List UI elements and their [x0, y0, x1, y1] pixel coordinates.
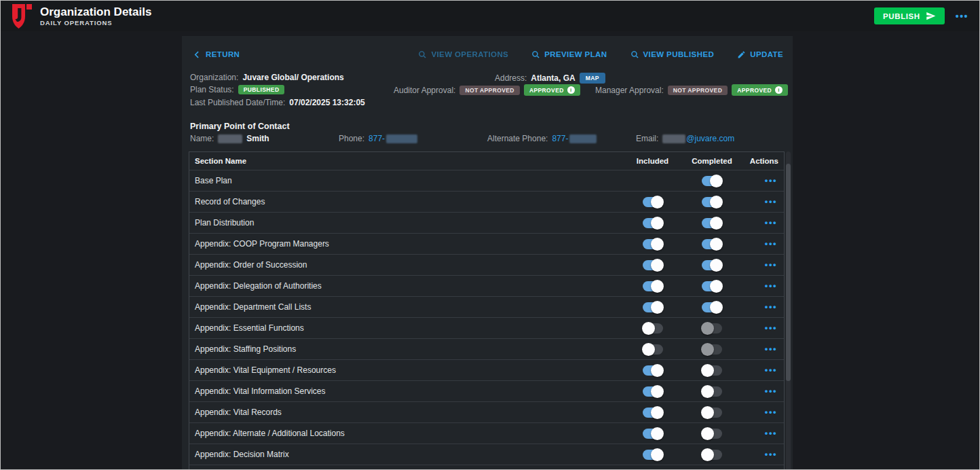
table-scrollbar-thumb[interactable] — [786, 164, 791, 381]
row-actions-button[interactable]: ••• — [765, 178, 777, 183]
page-title-block: Organization Details DAILY OPERATIONS — [40, 5, 151, 26]
manager-not-approved-badge[interactable]: NOT APPROVED — [668, 86, 728, 95]
table-row: Plan Distribution••• — [189, 212, 784, 233]
completed-toggle[interactable] — [702, 408, 722, 418]
manager-approved-badge[interactable]: APPROVED i — [732, 84, 788, 96]
table-row: Appendix: Vital Equipment / Resources••• — [189, 359, 784, 380]
completed-toggle[interactable] — [702, 281, 722, 291]
row-actions-button[interactable]: ••• — [765, 431, 777, 436]
section-name: Appendix: Staffing Positions — [189, 344, 623, 354]
completed-cell — [682, 365, 742, 376]
section-name: Appendix: Department Call Lists — [189, 302, 623, 312]
auditor-not-approved-badge[interactable]: NOT APPROVED — [459, 86, 520, 95]
manager-approval-field: Manager Approval: NOT APPROVED APPROVED … — [595, 84, 788, 96]
included-toggle[interactable] — [643, 260, 663, 270]
organization-value: Juvare Global/ Operations — [242, 73, 343, 82]
completed-toggle[interactable] — [702, 239, 722, 249]
included-cell — [623, 450, 682, 460]
section-name: Appendix: Essential Functions — [189, 323, 623, 333]
included-toggle[interactable] — [643, 197, 663, 207]
map-button[interactable]: MAP — [580, 73, 605, 84]
switch-knob — [651, 259, 664, 272]
alternate-phone-label: Alternate Phone: — [487, 134, 548, 143]
row-actions-button[interactable]: ••• — [765, 283, 777, 289]
completed-cell — [682, 239, 742, 249]
switch-knob — [642, 343, 655, 356]
included-cell — [623, 365, 682, 376]
organization-label: Organization: — [190, 73, 238, 82]
table-row: Base Plan••• — [189, 170, 784, 191]
search-icon — [531, 50, 540, 59]
included-toggle[interactable] — [643, 281, 663, 291]
phone-link[interactable]: 877- — [369, 134, 385, 143]
completed-toggle[interactable] — [702, 302, 722, 312]
completed-cell — [682, 386, 742, 397]
completed-cell — [682, 408, 742, 418]
col-header-actions: Actions — [742, 157, 784, 165]
included-toggle[interactable] — [643, 344, 663, 355]
return-button[interactable]: RETURN — [193, 50, 240, 59]
auditor-approved-badge[interactable]: APPROVED i — [524, 84, 580, 96]
view-operations-label: VIEW OPERATIONS — [431, 50, 508, 58]
switch-knob — [701, 448, 714, 461]
included-toggle[interactable] — [643, 239, 663, 249]
header-more-button[interactable]: ••• — [956, 13, 968, 20]
included-toggle[interactable] — [643, 218, 663, 228]
alternate-phone-link[interactable]: 877- — [552, 134, 568, 143]
completed-toggle[interactable] — [702, 176, 722, 186]
included-toggle[interactable] — [643, 323, 663, 333]
switch-knob — [701, 322, 714, 335]
table-row: Appendix: Staffing Positions••• — [189, 338, 784, 359]
included-toggle[interactable] — [643, 450, 663, 460]
table-row: Appendix: Essential Functions••• — [189, 317, 784, 338]
publish-button[interactable]: PUBLISH — [874, 7, 945, 24]
update-button[interactable]: UPDATE — [737, 50, 783, 59]
row-actions-button[interactable]: ••• — [765, 452, 777, 457]
completed-toggle[interactable] — [702, 429, 722, 439]
row-actions-button[interactable]: ••• — [765, 241, 777, 247]
row-actions-button[interactable]: ••• — [765, 304, 777, 310]
switch-knob — [651, 217, 664, 230]
completed-toggle[interactable] — [702, 365, 722, 376]
row-actions-button[interactable]: ••• — [765, 367, 777, 373]
auditor-approved-label: APPROVED — [529, 88, 564, 93]
table-row: Appendix: Decision Matrix••• — [189, 444, 784, 465]
manager-approved-label: APPROVED — [737, 88, 772, 93]
switch-knob — [710, 301, 723, 314]
row-actions-button[interactable]: ••• — [765, 262, 777, 268]
included-cell — [623, 302, 682, 312]
preview-plan-button[interactable]: PREVIEW PLAN — [531, 50, 607, 59]
included-cell — [623, 218, 682, 228]
row-actions-button[interactable]: ••• — [765, 388, 777, 394]
view-operations-button[interactable]: VIEW OPERATIONS — [418, 50, 508, 59]
table-row-partial — [189, 465, 784, 470]
completed-toggle[interactable] — [702, 218, 722, 228]
completed-toggle[interactable] — [702, 386, 722, 397]
view-published-button[interactable]: VIEW PUBLISHED — [630, 50, 715, 59]
included-toggle[interactable] — [643, 302, 663, 312]
row-actions-button[interactable]: ••• — [765, 325, 777, 331]
completed-toggle[interactable] — [702, 450, 722, 460]
completed-toggle[interactable] — [702, 197, 722, 207]
contact-alt-phone-field: Alternate Phone: 877- — [487, 134, 636, 143]
row-actions-button[interactable]: ••• — [765, 410, 777, 415]
row-actions-button[interactable]: ••• — [765, 220, 777, 225]
table-scrollbar[interactable] — [786, 151, 791, 470]
included-toggle[interactable] — [643, 365, 663, 376]
completed-cell — [682, 176, 742, 186]
row-actions-button[interactable]: ••• — [765, 199, 777, 204]
included-toggle[interactable] — [643, 408, 663, 418]
included-toggle[interactable] — [643, 429, 663, 439]
included-cell — [623, 386, 682, 397]
plan-info: Organization: Juvare Global/ Operations … — [190, 73, 785, 116]
switch-knob — [701, 385, 714, 398]
completed-toggle[interactable] — [702, 260, 722, 270]
included-toggle[interactable] — [643, 386, 663, 397]
email-link[interactable]: @juvare.com — [686, 134, 734, 143]
switch-knob — [701, 427, 714, 440]
table-row: Record of Changes••• — [189, 191, 784, 212]
name-label: Name: — [190, 134, 214, 143]
row-actions-button[interactable]: ••• — [765, 346, 777, 352]
switch-knob — [651, 364, 664, 377]
section-name: Record of Changes — [189, 197, 623, 206]
